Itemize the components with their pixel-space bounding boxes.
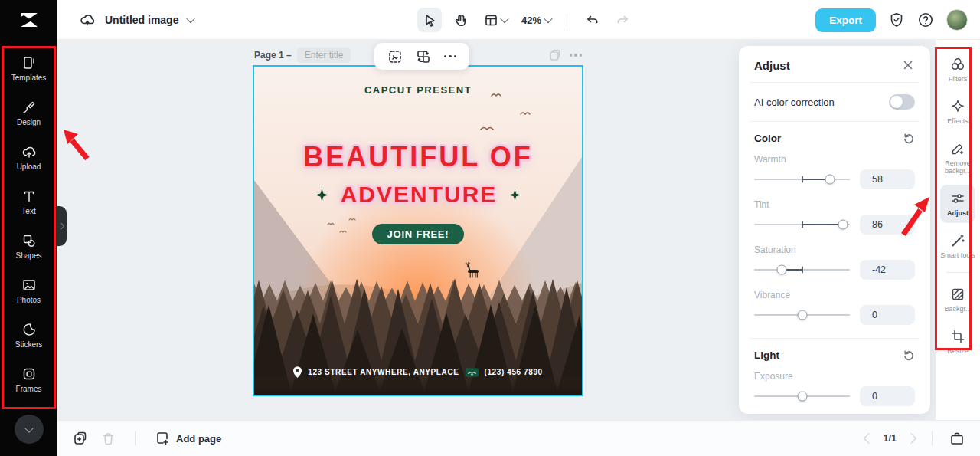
user-avatar[interactable] [946, 9, 968, 31]
slider-label: Exposure [754, 371, 915, 382]
design-icon [21, 100, 37, 115]
saturation-slider-group: Saturation -42 [754, 244, 915, 280]
exposure-slider-group: Exposure 0 [754, 371, 915, 406]
poster-kicker-text[interactable]: CAPCUT PRESENT [254, 84, 582, 96]
previous-page-button[interactable] [864, 433, 874, 444]
sidebar-item-label: Photos [17, 296, 41, 304]
filters-icon [950, 57, 965, 72]
chevron-down-icon [544, 15, 552, 23]
sparkle-star-icon [509, 189, 521, 201]
sidebar-item-label: Templates [11, 74, 47, 82]
shield-check-icon[interactable] [888, 11, 905, 28]
poster-title-line2[interactable]: ADVENTURE [341, 182, 498, 208]
tool-filters[interactable]: Filters [940, 51, 975, 89]
chevron-down-icon[interactable] [187, 15, 195, 23]
poster-title-line2-row: ADVENTURE [254, 182, 582, 208]
vibrance-slider[interactable] [754, 309, 850, 321]
duplicate-page-button-icon[interactable] [73, 431, 88, 446]
poster-address[interactable]: 123 STREET ANYWHERE, ANYPLACE [308, 368, 459, 376]
slider-handle[interactable] [838, 220, 848, 230]
sidebar-item-shapes[interactable]: Shapes [0, 224, 57, 268]
sidebar-item-text[interactable]: Text [0, 179, 57, 224]
vibrance-value[interactable]: 0 [860, 305, 915, 325]
tool-resize[interactable]: Resize [940, 323, 975, 361]
sidebar-item-design[interactable]: Design [0, 90, 57, 135]
sidebar-scroll-more-button[interactable] [15, 415, 44, 444]
right-toolbar: Filters Effects Remove backgr... Adjust … [936, 40, 980, 420]
tool-smart-tools[interactable]: Smart tools [940, 227, 975, 265]
delete-page-icon[interactable] [101, 431, 116, 446]
poster-phone[interactable]: (123) 456 7890 [485, 368, 543, 376]
export-button[interactable]: Export [815, 8, 876, 32]
warmth-slider[interactable] [754, 173, 850, 185]
sparkle-star-icon [315, 189, 328, 202]
vibrance-slider-group: Vibrance 0 [754, 290, 915, 325]
select-tool-button[interactable] [417, 8, 442, 32]
pages-view-button[interactable] [479, 8, 512, 32]
saturation-value[interactable]: -42 [860, 260, 915, 280]
slider-handle[interactable] [797, 392, 807, 402]
sidebar-item-photos[interactable]: Photos [0, 268, 57, 313]
zoom-level-dropdown[interactable]: 42% [521, 15, 551, 26]
reset-icon[interactable] [903, 349, 915, 361]
redo-icon [616, 13, 630, 28]
sidebar-collapse-tab[interactable] [57, 206, 67, 246]
annotation-arrow-left [61, 125, 95, 163]
undo-icon [585, 13, 599, 28]
page-title-input[interactable]: Enter title [297, 48, 351, 63]
sidebar-item-stickers[interactable]: Stickers [0, 313, 57, 357]
background-icon [950, 287, 965, 302]
sidebar-item-frames[interactable]: Frames [0, 357, 57, 402]
adjust-panel: Adjust AI color correction Color Warmth … [739, 46, 930, 414]
cloud-sync-icon[interactable] [79, 11, 96, 28]
sidebar-item-label: Upload [17, 162, 41, 171]
warmth-slider-group: Warmth 58 [754, 154, 915, 189]
page-number-label: Page 1 – [254, 50, 292, 61]
undo-button[interactable] [580, 8, 604, 32]
slider-handle[interactable] [777, 265, 787, 275]
poster-title-line1[interactable]: BEAUTIFUL OF [254, 141, 582, 173]
design-canvas[interactable]: CAPCUT PRESENT BEAUTIFUL OF ADVENTURE JO… [254, 67, 582, 395]
sidebar-item-upload[interactable]: Upload [0, 135, 57, 179]
present-preview-icon[interactable] [949, 431, 965, 446]
zoom-level-value: 42% [521, 15, 541, 26]
help-icon[interactable] [917, 11, 934, 28]
tint-slider[interactable] [754, 218, 850, 231]
tool-adjust[interactable]: Adjust [940, 185, 975, 223]
photos-icon [21, 277, 37, 293]
chevron-right-icon [57, 223, 64, 229]
tool-background[interactable]: Backgr... [940, 280, 975, 319]
redo-button[interactable] [610, 8, 635, 32]
capcut-logo-icon[interactable] [0, 0, 57, 40]
exposure-slider[interactable] [754, 390, 850, 402]
ai-correction-toggle[interactable] [889, 94, 915, 110]
slider-handle[interactable] [797, 310, 807, 320]
duplicate-page-icon[interactable] [548, 48, 562, 62]
smart-tools-icon [950, 233, 965, 248]
add-page-button[interactable]: Add page [155, 431, 221, 446]
hand-tool-button[interactable] [448, 8, 472, 32]
layout-pages-icon [484, 13, 498, 28]
tool-remove-background[interactable]: Remove backgr... [940, 135, 975, 182]
bottom-bar: Add page 1/1 [57, 420, 980, 456]
tint-value[interactable]: 86 [860, 215, 915, 235]
select-area-icon[interactable] [387, 49, 403, 64]
tint-slider-group: Tint 86 [754, 199, 915, 235]
exposure-value[interactable]: 0 [860, 386, 915, 406]
sidebar-item-templates[interactable]: Templates [0, 46, 57, 90]
ai-correction-label: AI color correction [754, 97, 835, 108]
replace-swap-icon[interactable] [416, 49, 431, 64]
close-icon[interactable] [901, 58, 915, 72]
tool-effects[interactable]: Effects [940, 93, 975, 131]
reset-icon[interactable] [903, 132, 915, 144]
page-more-options-icon[interactable] [570, 54, 583, 57]
slider-handle[interactable] [825, 175, 835, 185]
divider [932, 431, 933, 445]
more-options-icon[interactable] [444, 55, 457, 58]
next-page-button[interactable] [906, 433, 916, 444]
slider-label: Vibrance [754, 290, 915, 300]
warmth-value[interactable]: 58 [860, 169, 915, 189]
document-title[interactable]: Untitled image [105, 14, 178, 26]
saturation-slider[interactable] [754, 264, 850, 276]
join-free-button[interactable]: JOIN FREE! [372, 224, 465, 244]
